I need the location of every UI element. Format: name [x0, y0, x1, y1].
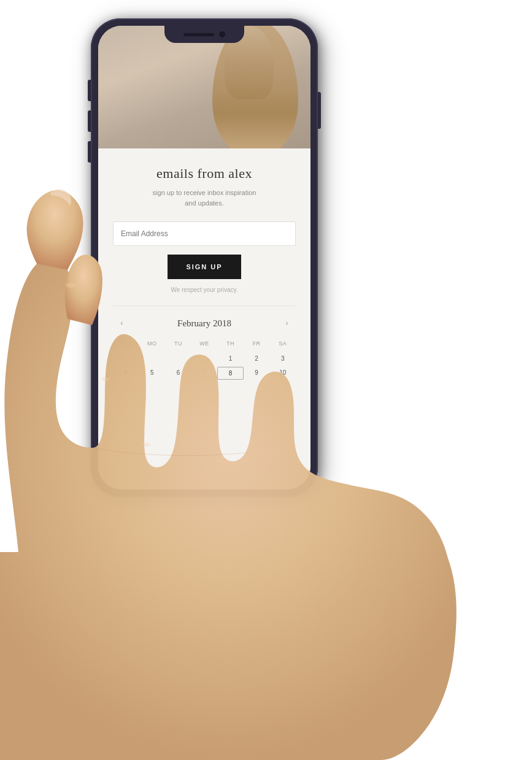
calendar-header-row: SUMOTUWETHFRSA — [113, 339, 296, 348]
calendar-day-cell[interactable]: 10 — [269, 367, 296, 380]
calendar-nav: ‹ February 2018 › — [113, 316, 296, 331]
calendar-prev-button[interactable]: ‹ — [115, 316, 128, 331]
calendar-month-label: February 2018 — [177, 318, 231, 329]
content-area: emails from alex sign up to receive inbo… — [98, 148, 310, 489]
calendar-day-cell[interactable]: 7 — [191, 367, 218, 380]
screen-content: emails from alex sign up to receive inbo… — [98, 26, 310, 489]
calendar-day-cell — [165, 353, 191, 364]
calendar-week-2: 45678910 — [113, 367, 296, 380]
calendar-day-header: TU — [165, 339, 191, 348]
calendar-divider — [113, 305, 296, 306]
calendar-day-header: MO — [139, 339, 166, 348]
calendar-week-1: 123 — [113, 353, 296, 364]
phone-frame: emails from alex sign up to receive inbo… — [91, 18, 318, 497]
calendar-day-cell — [139, 353, 166, 364]
notch-camera — [219, 31, 225, 37]
calendar-day-cell — [113, 353, 139, 364]
calendar-day-cell[interactable]: 1 — [217, 353, 244, 364]
calendar-day-cell — [191, 353, 218, 364]
page-title: emails from alex — [156, 166, 252, 182]
privacy-text: We respect your privacy. — [171, 286, 237, 293]
calendar-day-header: TH — [217, 339, 244, 348]
calendar-next-button[interactable]: › — [280, 316, 293, 331]
calendar-day-header: SA — [269, 339, 296, 348]
phone-notch — [164, 26, 244, 43]
page-subtitle: sign up to receive inbox inspiration and… — [153, 188, 256, 208]
calendar-day-cell[interactable]: 5 — [139, 367, 166, 380]
calendar-day-header: WE — [191, 339, 218, 348]
calendar-day-cell[interactable]: 4 — [113, 367, 139, 380]
calendar-day-cell[interactable]: 3 — [269, 353, 296, 364]
scene: emails from alex sign up to receive inbo… — [0, 0, 532, 760]
notch-speaker — [183, 33, 214, 36]
signup-button[interactable]: SIGN UP — [168, 255, 241, 279]
calendar-day-cell[interactable]: 8 — [217, 367, 244, 380]
phone-screen: emails from alex sign up to receive inbo… — [98, 26, 310, 489]
calendar-day-cell[interactable]: 2 — [244, 353, 270, 364]
calendar-day-cell[interactable]: 6 — [165, 367, 191, 380]
calendar-day-cell[interactable]: 9 — [244, 367, 270, 380]
calendar-grid: SUMOTUWETHFRSA 123 45678910 — [113, 339, 296, 382]
hero-image — [98, 26, 310, 148]
calendar-day-header: SU — [113, 339, 139, 348]
svg-point-0 — [66, 283, 75, 288]
calendar-day-header: FR — [244, 339, 270, 348]
email-input[interactable] — [113, 221, 296, 246]
